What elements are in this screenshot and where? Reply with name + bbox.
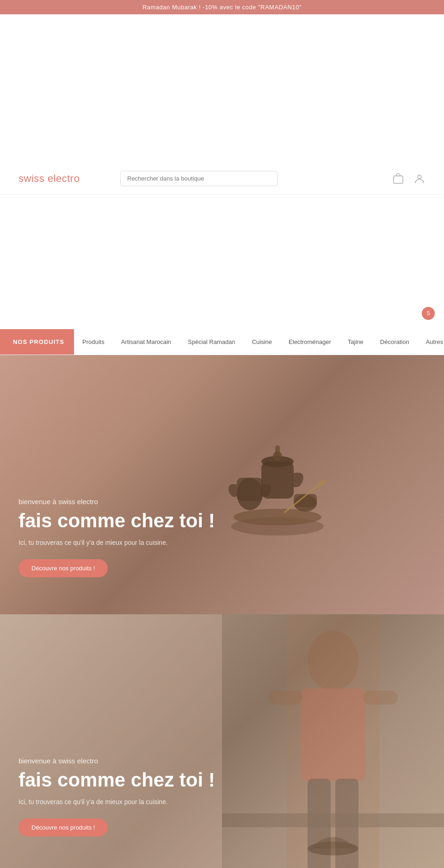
header: swiss electro [0, 162, 444, 195]
hero-desc-1: Ici, tu trouveras ce qu'il y'a de mieux … [18, 539, 215, 546]
user-icon [413, 173, 426, 185]
hero-cta-button-2[interactable]: Découvre nos produits ! [18, 818, 108, 837]
cooking-decoration [305, 821, 361, 860]
logo[interactable]: swiss electro [18, 173, 102, 185]
search-container [120, 171, 374, 186]
navigation: NOS PRODUITS Produits Artisanat Marocain… [0, 329, 444, 355]
cart-button[interactable] [392, 173, 404, 185]
scroll-indicator[interactable]: 5 [422, 307, 435, 320]
hero-content-1: bienvenue à swiss electro fais comme che… [0, 498, 215, 614]
user-button[interactable] [413, 173, 426, 185]
svg-rect-15 [301, 688, 365, 781]
hero-section-2: bienvenue à swiss electro fais comme che… [0, 614, 444, 868]
promo-banner: Ramadan Mubarak ! -10% avec le code "RAM… [0, 0, 444, 14]
nav-item-produits[interactable]: Produits [74, 329, 113, 355]
tea-set-image [213, 392, 342, 542]
nav-item-artisanat[interactable]: Artisanat Marocain [113, 329, 179, 355]
svg-rect-17 [363, 691, 398, 705]
nav-item-autres[interactable]: Autres [418, 329, 444, 355]
nav-item-ramadan[interactable]: Spécial Ramadan [179, 329, 244, 355]
hero-title-1: fais comme chez toi ! [18, 510, 215, 531]
svg-point-3 [234, 509, 321, 525]
header-icons [392, 173, 426, 185]
svg-rect-16 [268, 691, 303, 705]
pre-header-space [0, 14, 444, 162]
scroll-count: 5 [427, 310, 430, 317]
hero-section-1: bienvenue à swiss electro fais comme che… [0, 355, 444, 614]
hero-cta-button-1[interactable]: Découvre nos produits ! [18, 559, 108, 577]
promo-text: Ramadan Mubarak ! -10% avec le code "RAM… [142, 4, 302, 11]
nos-produits-button[interactable]: NOS PRODUITS [0, 329, 74, 355]
hero-subtitle-2: bienvenue à swiss electro [18, 757, 215, 765]
hero-desc-2: Ici, tu trouveras ce qu'il y'a de mieux … [18, 798, 215, 806]
svg-rect-0 [394, 176, 403, 183]
cart-icon [392, 173, 404, 185]
svg-rect-5 [237, 478, 263, 501]
svg-rect-9 [275, 445, 280, 457]
svg-point-1 [418, 175, 421, 179]
nav-items-container: Produits Artisanat Marocain Spécial Rama… [74, 329, 444, 355]
hero-title-2: fais comme chez toi ! [18, 769, 215, 791]
svg-point-14 [308, 631, 358, 691]
nav-item-cuisine[interactable]: Cuisine [244, 329, 280, 355]
post-header-space: 5 [0, 195, 444, 329]
nav-item-tajine[interactable]: Tajine [339, 329, 372, 355]
hero-content-2: bienvenue à swiss electro fais comme che… [0, 757, 215, 868]
search-input[interactable] [120, 171, 278, 186]
nav-item-decoration[interactable]: Décoration [372, 329, 418, 355]
nav-item-electromenager[interactable]: Electroménager [280, 329, 339, 355]
hero-subtitle-1: bienvenue à swiss electro [18, 498, 215, 506]
